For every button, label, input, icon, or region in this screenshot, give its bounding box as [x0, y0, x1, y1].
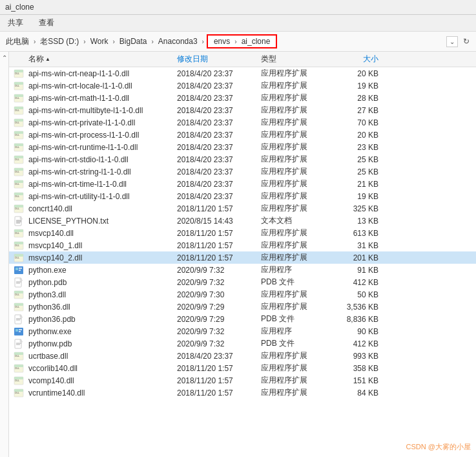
file-list[interactable]: 名称 ▲ 修改日期 类型 大小 DLL api-ms-win-crt-neap-…	[9, 52, 476, 457]
file-icon: DLL	[9, 302, 28, 312]
file-date: 2020/9/9 7:29	[177, 315, 261, 324]
file-type: 应用程序扩展	[261, 92, 332, 103]
file-icon	[9, 216, 28, 226]
address-work[interactable]: Work	[88, 36, 110, 47]
file-date: 2018/4/20 23:37	[177, 118, 261, 127]
table-row[interactable]: DLL api-ms-win-crt-multibyte-l1-1-0.dll2…	[9, 104, 476, 116]
file-date: 2020/9/9 7:30	[177, 290, 261, 299]
svg-text:DLL: DLL	[15, 292, 20, 295]
table-row[interactable]: DLL vcruntime140.dll2018/11/20 1:57应用程序扩…	[9, 387, 476, 399]
file-size: 20 KB	[332, 69, 384, 78]
file-type: 应用程序扩展	[261, 68, 332, 79]
file-date: 2018/4/20 23:37	[177, 192, 261, 201]
file-icon: DLL	[9, 290, 28, 300]
file-date: 2020/9/9 7:32	[177, 278, 261, 287]
svg-text:DLL: DLL	[15, 96, 20, 99]
file-date: 2018/4/20 23:37	[177, 167, 261, 176]
table-row[interactable]: DLL msvcp140.dll2018/11/20 1:57应用程序扩展613…	[9, 227, 476, 239]
file-size: 28 KB	[332, 94, 384, 103]
file-size: 31 KB	[332, 241, 384, 250]
sort-arrow-icon: ▲	[45, 56, 50, 62]
explorer-window: ai_clone 共享 查看 此电脑 › 老SSD (D:) › Work › …	[0, 0, 476, 457]
table-row[interactable]: DLL msvcp140_1.dll2018/11/20 1:57应用程序扩展3…	[9, 239, 476, 251]
table-row[interactable]: pythonw.exe2020/9/9 7:32应用程序90 KB	[9, 325, 476, 337]
file-date: 2020/8/15 14:43	[177, 217, 261, 226]
table-row[interactable]: DLL api-ms-win-crt-stdio-l1-1-0.dll2018/…	[9, 153, 476, 165]
file-size: 70 KB	[332, 118, 384, 127]
table-row[interactable]: python36.pdb2020/9/9 7:29PDB 文件8,836 KB	[9, 313, 476, 325]
collapse-arrow-icon[interactable]: ⌃	[2, 54, 7, 61]
table-row[interactable]: DLL api-ms-win-crt-locale-l1-1-0.dll2018…	[9, 80, 476, 92]
svg-text:DLL: DLL	[15, 133, 20, 136]
file-date: 2018/4/20 23:37	[177, 81, 261, 90]
file-name: api-ms-win-crt-time-l1-1-0.dll	[28, 180, 177, 189]
table-row[interactable]: DLL ucrtbase.dll2018/4/20 23:37应用程序扩展993…	[9, 350, 476, 362]
file-name: pythonw.exe	[28, 327, 177, 336]
file-icon: DLL	[9, 228, 28, 239]
file-size: 21 KB	[332, 180, 384, 189]
table-row[interactable]: DLL msvcp140_2.dll2018/11/20 1:57应用程序扩展2…	[9, 251, 476, 264]
svg-text:DLL: DLL	[15, 145, 20, 148]
file-type: 应用程序扩展	[261, 117, 332, 128]
file-size: 613 KB	[332, 229, 384, 238]
file-date: 2018/11/20 1:57	[177, 241, 261, 250]
svg-text:DLL: DLL	[15, 194, 20, 197]
file-name: api-ms-win-crt-neap-l1-1-0.dll	[28, 69, 177, 78]
svg-text:DLL: DLL	[15, 83, 20, 87]
address-envs[interactable]: envs	[212, 36, 232, 47]
file-date: 2020/9/9 7:29	[177, 303, 261, 312]
address-bigdata[interactable]: BigData	[118, 36, 149, 47]
address-dropdown-button[interactable]: ⌄	[446, 36, 458, 47]
table-row[interactable]: DLL api-ms-win-crt-private-l1-1-0.dll201…	[9, 116, 476, 129]
address-refresh-button[interactable]: ↻	[460, 36, 472, 47]
file-date: 2018/4/20 23:37	[177, 143, 261, 152]
file-size: 27 KB	[332, 106, 384, 115]
table-row[interactable]: DLL api-ms-win-crt-time-l1-1-0.dll2018/4…	[9, 178, 476, 190]
file-size: 50 KB	[332, 290, 384, 299]
col-type-header[interactable]: 类型	[261, 54, 332, 65]
address-bar: 此电脑 › 老SSD (D:) › Work › BigData › Anaco…	[0, 32, 476, 52]
svg-text:DLL: DLL	[15, 304, 20, 308]
file-name: LICENSE_PYTHON.txt	[28, 217, 177, 226]
file-date: 2018/4/20 23:37	[177, 106, 261, 115]
table-row[interactable]: DLL api-ms-win-crt-math-l1-1-0.dll2018/4…	[9, 92, 476, 104]
table-row[interactable]: DLL api-ms-win-crt-process-l1-1-0.dll201…	[9, 129, 476, 141]
file-name: api-ms-win-crt-stdio-l1-1-0.dll	[28, 155, 177, 164]
address-ai-clone[interactable]: ai_clone	[240, 36, 273, 47]
share-button[interactable]: 共享	[5, 16, 26, 30]
file-type: 应用程序扩展	[261, 129, 332, 140]
table-row[interactable]: DLL vcomp140.dll2018/11/20 1:57应用程序扩展151…	[9, 374, 476, 387]
file-name: python36.dll	[28, 303, 177, 312]
table-row[interactable]: DLL api-ms-win-crt-utility-l1-1-0.dll201…	[9, 190, 476, 202]
file-size: 91 KB	[332, 266, 384, 275]
table-row[interactable]: DLL vccorlib140.dll2018/11/20 1:57应用程序扩展…	[9, 362, 476, 374]
table-row[interactable]: DLL api-ms-win-crt-string-l1-1-0.dll2018…	[9, 165, 476, 178]
table-row[interactable]: DLL python3.dll2020/9/9 7:30应用程序扩展50 KB	[9, 288, 476, 301]
address-drive[interactable]: 老SSD (D:)	[38, 36, 81, 48]
file-name: ucrtbase.dll	[28, 352, 177, 361]
file-size: 325 KB	[332, 204, 384, 213]
file-name: msvcp140.dll	[28, 229, 177, 238]
table-row[interactable]: DLL python36.dll2020/9/9 7:29应用程序扩展3,536…	[9, 301, 476, 313]
file-date: 2020/9/9 7:32	[177, 339, 261, 348]
file-icon	[9, 339, 28, 349]
table-row[interactable]: LICENSE_PYTHON.txt2020/8/15 14:43文本文档13 …	[9, 215, 476, 227]
col-date-header[interactable]: 修改日期	[177, 54, 261, 65]
address-anaconda[interactable]: Anaconda3	[156, 36, 200, 47]
file-icon: DLL	[9, 69, 28, 79]
table-row[interactable]: python.pdb2020/9/9 7:32PDB 文件412 KB	[9, 276, 476, 288]
table-row[interactable]: pythonw.pdb2020/9/9 7:32PDB 文件412 KB	[9, 337, 476, 350]
svg-text:DLL: DLL	[15, 120, 20, 123]
svg-text:DLL: DLL	[15, 243, 20, 246]
table-row[interactable]: python.exe2020/9/9 7:32应用程序91 KB	[9, 264, 476, 276]
address-computer[interactable]: 此电脑	[4, 36, 31, 48]
svg-rect-70	[19, 329, 22, 330]
table-row[interactable]: DLL api-ms-win-crt-neap-l1-1-0.dll2018/4…	[9, 67, 476, 80]
view-button[interactable]: 查看	[36, 16, 57, 30]
col-name-header[interactable]: 名称 ▲	[9, 54, 177, 65]
file-icon: DLL	[9, 118, 28, 128]
table-row[interactable]: DLL concrt140.dll2018/11/20 1:57应用程序扩展32…	[9, 202, 476, 215]
table-row[interactable]: DLL api-ms-win-crt-runtime-l1-1-0.dll201…	[9, 141, 476, 153]
col-size-header[interactable]: 大小	[332, 54, 384, 65]
file-size: 25 KB	[332, 167, 384, 176]
